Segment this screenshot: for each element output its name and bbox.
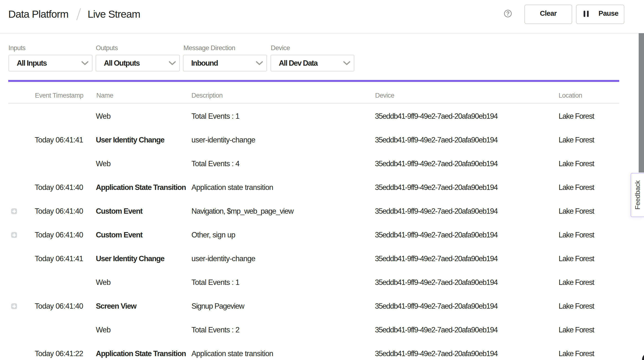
svg-text:?: ? — [506, 10, 510, 17]
